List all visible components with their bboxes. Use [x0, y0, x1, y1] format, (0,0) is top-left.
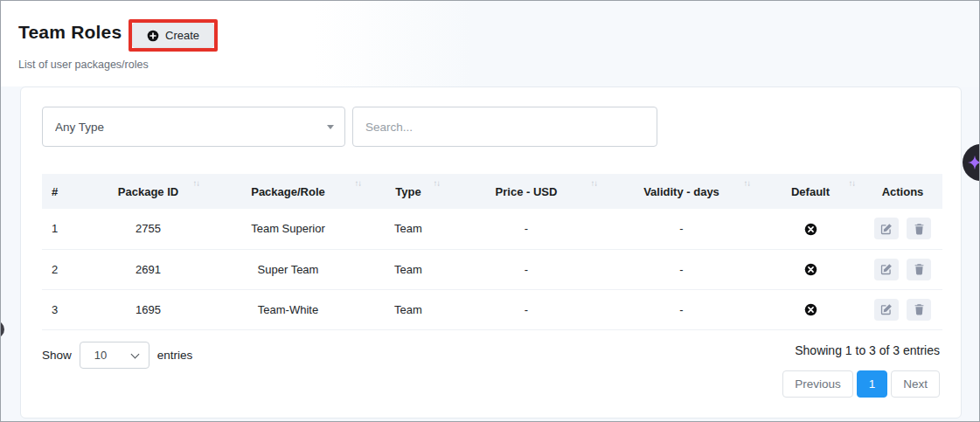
search-input[interactable] [352, 107, 657, 147]
delete-button[interactable] [907, 218, 931, 239]
cell-index: 1 [42, 209, 89, 249]
trash-icon [914, 263, 925, 275]
page-header: Team Roles Create List of user packages/… [1, 1, 979, 86]
table-header-row: # Package ID↑↓ Package/Role↑↓ Type↑↓ Pri… [42, 174, 942, 209]
cell-package-role: Team Superior [207, 209, 369, 249]
table-row: 2 2691 Super Team Team - - [42, 249, 942, 289]
next-page-button[interactable]: Next [891, 370, 940, 398]
sort-icon[interactable]: ↑↓ [434, 178, 441, 188]
roles-card: Any Type # Package ID↑↓ Package/Role↑↓ T… [20, 86, 962, 419]
show-label: Show [42, 349, 72, 362]
trash-icon [914, 303, 925, 315]
sort-icon[interactable]: ↑↓ [744, 178, 751, 188]
column-header-price[interactable]: Price - USD↑↓ [448, 174, 605, 209]
not-default-icon [804, 223, 817, 236]
sort-icon[interactable]: ↑↓ [849, 178, 856, 188]
sort-icon[interactable]: ↑↓ [193, 178, 200, 188]
column-header-package-id[interactable]: Package ID↑↓ [89, 174, 207, 209]
cell-default [758, 289, 863, 329]
entries-summary: Showing 1 to 3 of 3 entries [795, 343, 940, 357]
column-header-package-role[interactable]: Package/Role↑↓ [207, 174, 369, 209]
cell-price: - [448, 249, 605, 289]
page-title: Team Roles [18, 22, 122, 43]
type-filter: Any Type [42, 107, 345, 147]
cell-package-role: Super Team [207, 249, 369, 289]
column-header-actions: Actions [863, 174, 942, 209]
footer-right: Showing 1 to 3 of 3 entries Previous 1 N… [782, 342, 940, 398]
not-default-icon [804, 303, 817, 316]
previous-page-button[interactable]: Previous [782, 370, 853, 398]
cell-index: 3 [42, 289, 89, 329]
roles-table: # Package ID↑↓ Package/Role↑↓ Type↑↓ Pri… [42, 174, 942, 330]
edit-icon [880, 263, 893, 275]
cell-validity: - [605, 209, 758, 249]
page-size-select[interactable]: 10 [80, 342, 149, 369]
left-edge-peek-button[interactable] [0, 321, 4, 338]
cell-default [758, 249, 863, 289]
cell-validity: - [605, 249, 758, 289]
delete-button[interactable] [907, 259, 931, 280]
cell-actions [863, 209, 942, 249]
cell-actions [863, 249, 942, 289]
cell-default [758, 209, 863, 249]
cell-type: Team [369, 289, 448, 329]
cell-price: - [448, 289, 605, 329]
annotation-highlight-box: Create [129, 19, 218, 52]
not-default-icon [804, 263, 817, 276]
page-size-control: Show 10 entries [42, 342, 192, 369]
edit-button[interactable] [874, 218, 899, 239]
cell-package-id: 1695 [89, 289, 207, 329]
sort-icon[interactable]: ↑↓ [355, 178, 362, 188]
column-header-default[interactable]: Default↑↓ [758, 174, 863, 209]
create-button-label: Create [165, 29, 199, 42]
pagination: Previous 1 Next [782, 370, 940, 398]
cell-type: Team [369, 249, 448, 289]
cell-index: 2 [42, 249, 89, 289]
sparkle-icon [967, 155, 980, 170]
filter-row: Any Type [42, 107, 940, 147]
cell-price: - [448, 209, 605, 249]
sort-icon[interactable]: ↑↓ [591, 178, 598, 188]
cell-actions [863, 289, 942, 329]
edit-button[interactable] [874, 299, 899, 321]
entries-label: entries [157, 349, 193, 362]
column-header-type[interactable]: Type↑↓ [369, 174, 448, 209]
column-header-index: # [42, 174, 89, 209]
cell-package-id: 2691 [89, 249, 207, 289]
delete-button[interactable] [907, 299, 931, 321]
assistant-fab-button[interactable] [963, 144, 980, 181]
table-row: 3 1695 Team-White Team - - [42, 289, 942, 329]
create-button[interactable]: Create [132, 23, 214, 48]
edit-icon [880, 303, 893, 315]
type-filter-select[interactable]: Any Type [42, 107, 345, 147]
trash-icon [914, 223, 925, 235]
edit-icon [880, 223, 893, 235]
page-size-select-wrap: 10 [80, 342, 149, 369]
cell-package-role: Team-White [207, 289, 369, 329]
table-row: 1 2755 Team Superior Team - - [42, 209, 942, 249]
cell-type: Team [369, 209, 448, 249]
page-1-button[interactable]: 1 [857, 370, 888, 398]
column-header-validity[interactable]: Validity - days↑↓ [605, 174, 758, 209]
page-subtitle: List of user packages/roles [18, 59, 149, 71]
cell-package-id: 2755 [89, 209, 207, 249]
plus-circle-icon [147, 30, 159, 42]
cell-validity: - [605, 289, 758, 329]
table-footer: Show 10 entries Showing 1 to 3 of 3 entr… [42, 342, 940, 398]
edit-button[interactable] [874, 259, 899, 280]
